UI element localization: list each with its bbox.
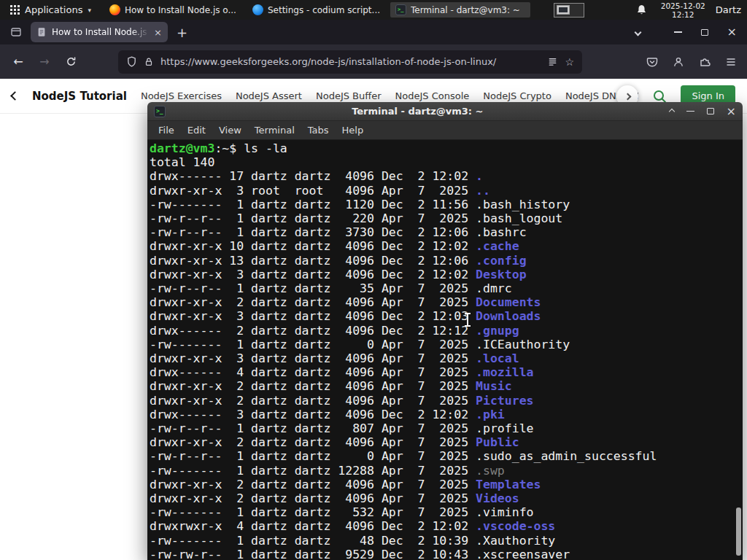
window-maximize-button[interactable] [701,29,708,36]
terminal-line: -rw------- 1 dartz dartz 48 Dec 2 10:39 … [150,534,743,548]
reload-button[interactable] [60,56,82,67]
user-menu[interactable]: Dartz [716,4,741,15]
applications-grid-icon [10,5,20,15]
tracking-shield-icon[interactable] [126,56,137,67]
terminal-line: drwxr-xr-x 3 dartz dartz 4096 Dec 2 12:0… [150,268,743,281]
site-nav-link[interactable]: NodeJS Exercises [141,90,222,101]
terminal-line: drwxr-xr-x 3 dartz dartz 4096 Apr 7 2025… [150,351,743,365]
terminal-line: drwxr-xr-x 3 root root 4096 Apr 7 2025 .… [150,184,743,198]
terminal-line: drwx------ 17 dartz dartz 4096 Dec 2 12:… [150,169,743,183]
terminal-line: -rw-r--r-- 1 dartz dartz 35 Apr 7 2025 .… [150,281,743,295]
site-nav-link[interactable]: NodeJS Console [395,90,470,101]
terminal-line: -rw------- 1 dartz dartz 532 Apr 7 2025 … [150,505,743,519]
terminal-icon [154,106,166,117]
terminal-line: dartz@vm3:~$ ls -la [150,141,743,155]
taskbar-item[interactable]: Settings - codium script... [247,2,387,18]
menu-item-tabs[interactable]: Tabs [301,122,336,138]
terminal-output[interactable]: dartz@vm3:~$ ls -latotal 140drwx------ 1… [147,140,743,560]
terminal-menubar: FileEditViewTerminalTabsHelp [147,121,743,140]
extensions-button[interactable] [699,56,711,68]
window-minimize-button[interactable] [674,31,682,33]
bookmark-star-button[interactable]: ☆ [565,56,574,68]
taskbar-item-label: Settings - codium script... [268,5,380,15]
terminal-line: drwxr-xr-x 13 dartz dartz 4096 Dec 2 12:… [150,254,743,268]
taskbar-item[interactable]: How to Install Node.js o... [104,2,244,18]
clock-date: 2025-12-02 [661,1,705,10]
terminal-line: drwx------ 3 dartz dartz 4096 Dec 2 12:0… [150,408,743,421]
applications-label: Applications [25,4,82,15]
clock[interactable]: 2025-12-02 12:12 [661,1,705,19]
browser-tab[interactable]: How to Install Node.js on × [31,22,168,42]
tab-favicon [36,27,47,37]
terminal-line: total 140 [150,155,743,169]
menu-item-view[interactable]: View [212,122,248,138]
search-button[interactable] [652,89,667,104]
window-close-button[interactable]: × [727,26,737,38]
lock-icon[interactable] [144,57,154,67]
new-tab-button[interactable]: + [177,25,187,40]
browser-window-controls: × [674,26,737,38]
site-nav-link[interactable]: NodeJS Assert [236,90,302,101]
terminal-maximize-button[interactable] [707,108,714,114]
nav-back-chevron[interactable] [10,91,20,101]
terminal-line: drwx------ 4 dartz dartz 4096 Apr 7 2025… [150,365,743,379]
terminal-line: drwxr-xr-x 2 dartz dartz 4096 Apr 7 2025… [150,435,743,449]
terminal-window: Terminal - dartz@vm3: ~ × FileEditViewTe… [147,102,743,560]
workspace-switcher[interactable] [554,3,584,18]
terminal-title: Terminal - dartz@vm3: ~ [171,106,664,117]
terminal-body: dartz@vm3:~$ ls -latotal 140drwx------ 1… [147,140,743,560]
browser-toolbar: ← → https://www.geeksforgeeks.org/node-j… [0,44,747,79]
menu-item-terminal[interactable]: Terminal [248,122,301,138]
terminal-line: -rw-r--r-- 1 dartz dartz 3730 Dec 2 12:0… [150,225,743,239]
tab-bar: How to Install Node.js on × + × [0,20,747,44]
firefox-icon [109,4,120,15]
forward-button[interactable]: → [34,55,55,69]
site-nav-link[interactable]: NodeJS Buffer [316,90,382,101]
menu-item-file[interactable]: File [152,122,181,138]
list-tabs-button[interactable] [635,30,640,35]
toolbar-right-icons [646,56,740,68]
site-nav-active-link[interactable]: NodeJS Tutorial [32,90,127,103]
terminal-line: drwxr-xr-x 2 dartz dartz 4096 Apr 7 2025… [150,295,743,309]
account-button[interactable] [673,56,684,68]
terminal-line: -rw-r--r-- 1 dartz dartz 220 Apr 7 2025 … [150,211,743,225]
reader-mode-button[interactable] [547,56,558,67]
mouse-ibeam-cursor [467,314,468,326]
terminal-scrollbar[interactable] [736,508,741,556]
menu-item-help[interactable]: Help [336,122,371,138]
taskbar-item[interactable]: Terminal - dartz@vm3: ~ [390,2,530,18]
chevron-right-icon [624,93,631,100]
taskbar-item-label: Terminal - dartz@vm3: ~ [411,5,520,15]
site-nav-link[interactable]: NodeJS Crypto [483,90,551,101]
back-button[interactable]: ← [7,55,29,69]
terminal-line: drwxrwxr-x 4 dartz dartz 4096 Dec 2 12:0… [150,519,743,533]
pocket-button[interactable] [646,56,658,68]
terminal-line: drwxr-xr-x 2 dartz dartz 4096 Apr 7 2025… [150,491,743,505]
applications-menu[interactable]: Applications ▾ [4,3,97,17]
terminal-close-button[interactable]: × [727,106,736,117]
terminal-line: drwx------ 2 dartz dartz 4096 Dec 2 12:1… [150,324,743,338]
tab-close-button[interactable]: × [154,28,162,37]
terminal-line: drwxr-xr-x 2 dartz dartz 4096 Apr 7 2025… [150,478,743,491]
terminal-icon [395,4,406,15]
taskbar-item-label: How to Install Node.js o... [125,5,236,15]
workspace-window-thumbnail [557,5,570,15]
terminal-line: -rw-r--r-- 1 dartz dartz 807 Apr 7 2025 … [150,421,743,435]
url-text: https://www.geeksforgeeks.org/node-js/in… [160,56,541,67]
url-bar[interactable]: https://www.geeksforgeeks.org/node-js/in… [118,50,582,74]
terminal-line: drwxr-xr-x 3 dartz dartz 4096 Dec 2 12:0… [150,309,743,323]
menu-button[interactable] [725,56,737,68]
terminal-line: -rw------- 1 dartz dartz 12288 Apr 7 202… [150,464,743,478]
firefox-view-button[interactable] [6,23,26,42]
menu-item-edit[interactable]: Edit [181,122,212,138]
terminal-minimize-button[interactable] [686,111,694,112]
chevron-down-icon [634,28,641,36]
terminal-line: -rw------- 1 dartz dartz 0 Apr 7 2025 .I… [150,338,743,351]
bell-icon[interactable] [635,4,648,16]
shade-button[interactable] [668,108,674,114]
terminal-window-controls: × [670,106,736,117]
tab-title: How to Install Node.js on [52,27,149,37]
site-nav-link[interactable]: NodeJS DNS [565,90,622,101]
terminal-titlebar[interactable]: Terminal - dartz@vm3: ~ × [147,102,743,121]
clock-time: 12:12 [661,10,705,19]
